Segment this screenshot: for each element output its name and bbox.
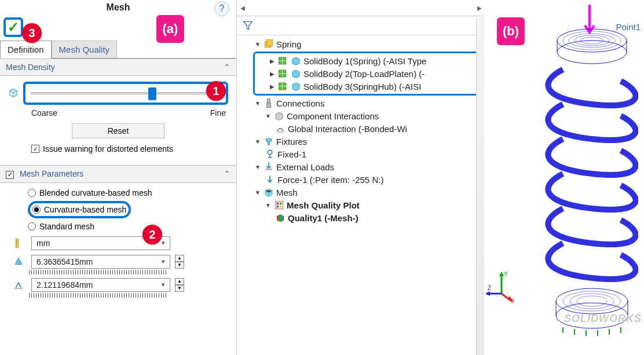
chevron-down-icon: ▾ [162, 239, 165, 247]
connections-label[interactable]: Connections [276, 98, 324, 108]
solidworks-watermark: SOLIDWORKS [564, 313, 642, 325]
fixed-icon [265, 149, 275, 159]
nav-left-icon[interactable]: ◂ [240, 2, 245, 13]
radio-curvature[interactable] [32, 206, 41, 214]
spinner-up-icon[interactable]: ▲ [175, 255, 184, 262]
solid-body-icon [291, 81, 301, 92]
global-int-label[interactable]: Global Interaction (-Bonded-Wi [288, 124, 407, 134]
svg-rect-0 [16, 239, 19, 247]
solid-body-icon [291, 56, 301, 66]
svg-rect-6 [266, 40, 273, 46]
mesh-property-panel: Mesh ? ✓ Definition Mesh Quality Mesh De… [0, 0, 236, 355]
quality1-label[interactable]: Quality1 (-Mesh-) [288, 213, 358, 223]
body1-label[interactable]: SolidBody 1(Spring) (-AISI Type [303, 56, 426, 66]
expander-icon[interactable]: ▼ [265, 113, 272, 119]
feature-tree-panel: ◂ ▸ ▼ Spring ▶ SolidBody 1(Spring) (-AIS… [236, 0, 485, 355]
tree-nav-bar: ◂ ▸ [237, 0, 485, 16]
standard-label: Standard mesh [39, 222, 94, 231]
force-arrow-icon [265, 174, 275, 185]
min-size-field[interactable]: 2.12119684mm ▾ [31, 278, 170, 292]
mesh-quality-plot-icon [274, 200, 284, 210]
expander-icon[interactable]: ▶ [269, 71, 276, 77]
interactions-icon [274, 111, 284, 121]
solid-body-icon [291, 68, 301, 79]
spinner-down-icon[interactable]: ▼ [175, 285, 184, 292]
tree-scrollbar[interactable] [476, 17, 484, 355]
warn-label: Issue warning for distorted elements [43, 144, 173, 153]
mesh-parameters-header[interactable]: ✓ Mesh Parameters ⌃ [0, 165, 236, 183]
mesh-density-slider[interactable] [31, 92, 220, 94]
mqp-label[interactable]: Mesh Quality Plot [287, 200, 360, 210]
svg-marker-35 [485, 291, 490, 296]
tick-strip [29, 293, 168, 298]
comp-inter-label[interactable]: Component Interactions [287, 111, 379, 121]
meshed-spring-graphic [505, 12, 638, 342]
svg-point-26 [556, 288, 628, 314]
fixtures-icon [264, 136, 274, 147]
annotation-b: (b) [497, 17, 525, 45]
chevron-up-icon[interactable]: ⌃ [224, 63, 230, 72]
radio-standard[interactable] [28, 222, 36, 230]
curvature-radio-highlight: Curvature-based mesh [28, 201, 131, 218]
expander-icon[interactable]: ▶ [269, 83, 276, 90]
meshed-body-icon [278, 68, 288, 79]
svg-point-30 [577, 296, 607, 306]
svg-text:Y: Y [504, 271, 508, 277]
fixtures-label[interactable]: Fixtures [276, 137, 307, 147]
warn-checkbox[interactable]: ✓ [31, 145, 39, 153]
graphics-viewport[interactable]: (b) Point1 [485, 0, 644, 355]
body2-label[interactable]: SolidBody 2(Top-LoadPlaten) (- [303, 69, 425, 79]
expander-icon[interactable]: ▶ [269, 58, 276, 64]
ext-loads-label[interactable]: External Loads [276, 162, 334, 172]
fine-label: Fine [210, 108, 226, 118]
slider-thumb[interactable] [148, 87, 156, 100]
expander-icon[interactable]: ▼ [254, 100, 261, 107]
mesh-density-icon [8, 88, 19, 98]
svg-text:X: X [511, 298, 515, 303]
global-interaction-icon [275, 123, 286, 134]
ok-check-icon[interactable]: ✓ [8, 19, 19, 35]
max-size-field[interactable]: 6.36365415mm ▾ [31, 255, 170, 269]
spinner-down-icon[interactable]: ▼ [175, 262, 184, 269]
chevron-down-icon: ▾ [162, 258, 165, 265]
radio-blended[interactable] [28, 189, 36, 197]
reset-button[interactable]: Reset [72, 123, 164, 138]
expander-icon[interactable]: ▼ [254, 138, 261, 145]
spinner-up-icon[interactable]: ▲ [175, 278, 184, 285]
svg-rect-11 [266, 103, 271, 108]
mesh-density-header[interactable]: Mesh Density ⌃ [0, 58, 236, 76]
unit-value: mm [36, 239, 50, 248]
simulation-tree[interactable]: ▼ Spring ▶ SolidBody 1(Spring) (-AISI Ty… [237, 35, 485, 226]
min-element-icon [13, 280, 24, 290]
expander-icon[interactable]: ▼ [254, 189, 261, 196]
nav-right-icon[interactable]: ▸ [477, 2, 482, 13]
chevron-up-icon[interactable]: ⌃ [224, 169, 230, 178]
max-element-icon [13, 257, 24, 267]
mesh-parameters-label: Mesh Parameters [20, 169, 83, 178]
svg-rect-12 [277, 131, 284, 133]
callout-3: 3 [22, 23, 42, 43]
annotation-a: (a) [156, 15, 184, 43]
svg-point-13 [268, 150, 272, 155]
connections-icon [264, 98, 274, 108]
blended-label: Blended curvature-based mesh [39, 188, 152, 197]
tab-bar: Definition Mesh Quality [0, 41, 236, 58]
fixed-label[interactable]: Fixed-1 [277, 149, 306, 159]
tree-root-label[interactable]: Spring [276, 39, 301, 49]
tab-mesh-quality[interactable]: Mesh Quality [52, 41, 118, 58]
ruler-icon [13, 238, 24, 248]
body3-label[interactable]: SolidBody 3(SpringHub) (-AISI [303, 82, 421, 92]
help-button[interactable]: ? [214, 1, 229, 16]
expander-icon[interactable]: ▼ [265, 202, 272, 208]
force-label[interactable]: Force-1 (:Per item: -255 N:) [277, 175, 383, 185]
filter-icon[interactable] [241, 20, 254, 31]
max-size-spinner[interactable]: ▲ ▼ [175, 255, 184, 269]
mesh-label[interactable]: Mesh [276, 188, 298, 197]
max-size-value: 6.36365415mm [36, 257, 93, 266]
tab-definition[interactable]: Definition [0, 41, 52, 58]
expander-icon[interactable]: ▼ [254, 164, 261, 170]
expander-icon[interactable]: ▼ [254, 41, 261, 47]
mesh-params-checkbox[interactable]: ✓ [6, 171, 14, 179]
tree-filter-row [237, 16, 485, 35]
min-size-spinner[interactable]: ▲ ▼ [175, 278, 184, 292]
